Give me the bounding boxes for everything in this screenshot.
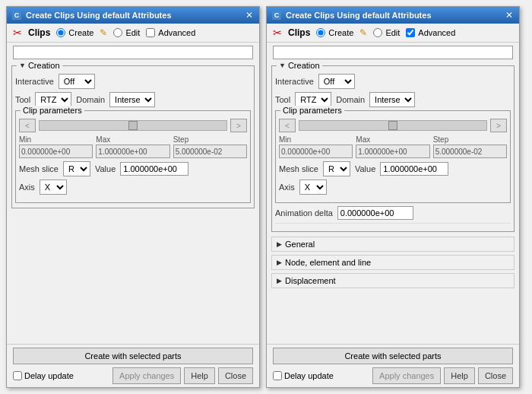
min-input-2[interactable] (279, 145, 353, 158)
advanced-check-group-2: Advanced (406, 28, 455, 37)
apply-btn-2[interactable]: Apply changes (372, 367, 441, 384)
slider-track-2[interactable] (299, 120, 487, 131)
less-btn-2[interactable]: < (279, 119, 296, 132)
less-btn-1[interactable]: < (19, 119, 36, 132)
help-btn-1[interactable]: Help (184, 367, 215, 384)
mesh-label-1: Mesh slice (19, 164, 59, 173)
value-input-1[interactable] (120, 162, 188, 176)
edit-radio-1[interactable] (113, 28, 122, 37)
search-input-1[interactable] (13, 46, 253, 59)
search-input-2[interactable] (273, 46, 513, 59)
general-label-2: General (285, 240, 315, 249)
search-bar-1 (13, 46, 253, 59)
slider-container-1: < > (19, 119, 247, 132)
max-input-1[interactable] (96, 145, 169, 158)
clip-params-title-2: Clip parameters (280, 106, 344, 115)
bottom-bar-2: Create with selected parts Delay update … (267, 344, 519, 387)
displacement-group-2: ▶ Displacement (271, 273, 515, 288)
advanced-check-group-1: Advanced (146, 28, 195, 37)
svg-text:C: C (14, 11, 20, 19)
domain-select-2[interactable]: Intersect (369, 92, 415, 107)
value-fields-2: Min Max Step (279, 135, 507, 158)
displacement-arrow-2: ▶ (277, 277, 282, 284)
step-label-2: Step (433, 135, 507, 144)
min-input-1[interactable] (19, 145, 93, 158)
app-icon-1: C (11, 10, 22, 21)
help-btn-2[interactable]: Help (444, 367, 475, 384)
create-parts-btn-2[interactable]: Create with selected parts (273, 348, 513, 364)
more-btn-2[interactable]: > (490, 119, 507, 132)
interactive-row-1: Interactive Off (15, 74, 251, 89)
more-btn-1[interactable]: > (230, 119, 247, 132)
close-x-btn-1[interactable]: ✕ (244, 10, 255, 21)
tool-domain-row-1: Tool RTZ Domain Intersect (15, 92, 251, 107)
node-label-2: Node, element and line (285, 258, 371, 267)
clip-params-title-1: Clip parameters (21, 106, 84, 115)
delay-checkbox-1[interactable] (13, 371, 22, 380)
slider-track-1[interactable] (39, 120, 227, 131)
axis-select-1[interactable]: X (40, 180, 67, 195)
edit-radio-2[interactable] (373, 28, 382, 37)
tool-domain-row-2: Tool RTZ Domain Intersect (275, 92, 511, 107)
creation-content-2: Interactive Off Tool RTZ Domain Intersec… (275, 74, 511, 224)
interactive-select-2[interactable]: Off (318, 74, 355, 89)
creation-group-2: ▼ Creation Interactive Off Tool RTZ Doma… (271, 65, 515, 232)
axis-row-2: Axis X (279, 180, 507, 195)
value-label-1: Value (95, 164, 116, 173)
axis-row-1: Axis X (19, 180, 247, 195)
toolbar-label-1: Clips (28, 27, 50, 38)
toolbar-2: ✂ Clips Create ✎ Edit Advanced (267, 24, 519, 43)
create-radio-label-1: Create (68, 28, 93, 37)
displacement-header-2[interactable]: ▶ Displacement (272, 274, 514, 288)
advanced-checkbox-1[interactable] (146, 28, 155, 37)
apply-btn-1[interactable]: Apply changes (112, 367, 181, 384)
clip-params-group-2: Clip parameters < > Min (275, 110, 511, 203)
app-icon-2: C (271, 10, 282, 21)
create-radio-2[interactable] (316, 28, 325, 37)
max-input-2[interactable] (356, 145, 429, 158)
animation-input-2[interactable] (337, 206, 413, 220)
min-field-group-1: Min (19, 135, 93, 158)
step-input-2[interactable] (433, 145, 507, 158)
interactive-select-1[interactable]: Off (59, 74, 95, 89)
step-label-1: Step (173, 135, 247, 144)
delay-check-1: Delay update (13, 371, 109, 380)
bottom-bar-1: Create with selected parts Delay update … (7, 344, 259, 387)
create-parts-btn-1[interactable]: Create with selected parts (13, 348, 253, 364)
mesh-select-2[interactable]: R (323, 161, 350, 176)
scissors-icon-1: ✂ (13, 27, 22, 39)
close-btn-2[interactable]: Close (478, 367, 513, 384)
axis-label-1: Axis (19, 183, 35, 192)
tool-select-2[interactable]: RTZ (295, 92, 331, 107)
axis-label-2: Axis (279, 183, 295, 192)
create-radio-label-2: Create (328, 28, 353, 37)
search-bar-2 (273, 46, 513, 59)
step-input-1[interactable] (173, 145, 247, 158)
edit-radio-group-2: Edit (373, 28, 400, 37)
pencil-icon-2: ✎ (359, 27, 367, 38)
close-x-btn-2[interactable]: ✕ (504, 10, 515, 21)
edit-radio-group-1: Edit (113, 28, 140, 37)
scissors-icon-2: ✂ (273, 27, 282, 39)
creation-arrow-1: ▼ (19, 62, 26, 69)
mesh-label-2: Mesh slice (279, 164, 318, 173)
create-radio-group-2: Create (316, 28, 353, 37)
dialog-title-1: Create Clips Using default Attributes (26, 11, 172, 20)
step-field-group-2: Step (433, 135, 507, 158)
advanced-checkbox-2[interactable] (406, 28, 415, 37)
create-radio-group-1: Create (56, 28, 93, 37)
node-header-2[interactable]: ▶ Node, element and line (272, 256, 514, 269)
close-btn-1[interactable]: Close (218, 367, 253, 384)
domain-select-1[interactable]: Intersect (109, 92, 155, 107)
title-bar-1: C Create Clips Using default Attributes … (7, 7, 259, 24)
mesh-select-1[interactable]: R (63, 161, 90, 176)
animation-row-2: Animation delta (275, 203, 511, 224)
create-radio-1[interactable] (56, 28, 65, 37)
dialog-1: C Create Clips Using default Attributes … (6, 6, 260, 388)
tool-select-1[interactable]: RTZ (35, 92, 71, 107)
value-input-2[interactable] (380, 162, 448, 176)
general-header-2[interactable]: ▶ General (272, 237, 514, 251)
interactive-label-1: Interactive (15, 77, 54, 86)
axis-select-2[interactable]: X (299, 180, 327, 195)
delay-checkbox-2[interactable] (273, 371, 282, 380)
